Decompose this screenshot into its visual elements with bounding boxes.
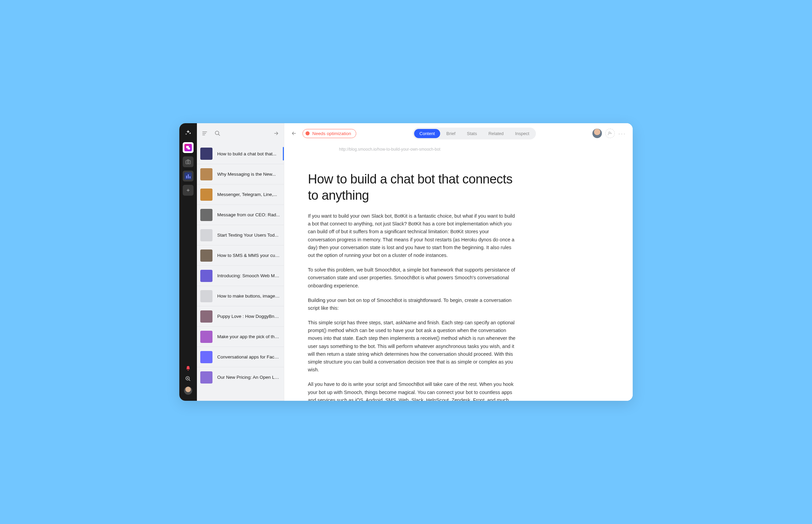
sidebar: How to build a chat bot that...Why Messa… (197, 123, 284, 401)
nav-tile-chat[interactable] (183, 142, 193, 153)
list-item-title: Puppy Love : How DoggyBnB... (217, 314, 281, 319)
list-item[interactable]: Messenger, Telegram, Line,... (197, 184, 284, 204)
tab-stats[interactable]: Stats (461, 129, 483, 138)
status-dot-icon (305, 131, 309, 135)
speech-bubbles-icon (186, 145, 190, 150)
list-item[interactable]: Conversational apps for Face... (197, 347, 284, 367)
main-topbar: Needs optimization ContentBriefStatsRela… (284, 123, 633, 144)
tab-content[interactable]: Content (414, 129, 440, 138)
list-item-thumb (200, 148, 213, 160)
article-paragraph: All you have to do is write your script … (308, 380, 518, 401)
list-item-title: Our New Pricing: An Open Le... (217, 375, 281, 380)
nav-rail (179, 123, 197, 401)
list-item-thumb (200, 229, 213, 241)
menu-icon[interactable] (202, 130, 208, 136)
list-item-title: Conversational apps for Face... (217, 355, 281, 360)
sidebar-toolbar (197, 123, 284, 144)
forward-icon[interactable] (273, 130, 279, 136)
plus-icon (186, 188, 190, 193)
list-item-thumb (200, 310, 213, 323)
list-item-thumb (200, 249, 213, 262)
list-item-title: How to build a chat bot that... (217, 151, 276, 157)
list-item-title: Messenger, Telegram, Line,... (217, 192, 277, 197)
article-url: http://blog.smooch.io/how-to-build-your-… (339, 147, 609, 152)
list-item[interactable]: Start Texting Your Users Tod... (197, 225, 284, 245)
list-item-thumb (200, 351, 213, 363)
more-menu-icon[interactable]: ··· (618, 130, 626, 137)
list-item-thumb (200, 209, 213, 221)
list-item-thumb (200, 371, 213, 383)
zoom-in-icon[interactable] (185, 376, 191, 382)
tab-related[interactable]: Related (483, 129, 509, 138)
list-item-title: Introducing: Smooch Web Me... (217, 273, 281, 278)
list-item-title: Start Texting Your Users Tod... (217, 232, 278, 238)
list-item-title: How to SMS & MMS your cus... (217, 253, 281, 258)
main-pane: Needs optimization ContentBriefStatsRela… (284, 123, 633, 401)
list-item[interactable]: How to make buttons, images... (197, 286, 284, 306)
nav-tile-camera[interactable] (183, 157, 193, 167)
list-item[interactable]: Our New Pricing: An Open Le... (197, 367, 284, 387)
collaborator-avatar[interactable] (592, 129, 602, 138)
svg-point-3 (215, 131, 219, 135)
nav-tile-chart[interactable] (183, 170, 193, 181)
list-item-thumb (200, 290, 213, 302)
status-label: Needs optimization (312, 131, 351, 136)
svg-point-1 (187, 162, 189, 163)
list-item-thumb (200, 168, 213, 180)
list-item[interactable]: Why Messaging is the New... (197, 164, 284, 184)
back-icon[interactable] (291, 130, 297, 136)
view-tabs: ContentBriefStatsRelatedInspect (413, 128, 536, 140)
svg-rect-0 (186, 161, 190, 164)
list-item[interactable]: Message from our CEO: Rad... (197, 204, 284, 225)
article-list: How to build a chat bot that...Why Messa… (197, 144, 284, 401)
notifications-icon[interactable] (185, 365, 191, 371)
tab-inspect[interactable]: Inspect (509, 129, 535, 138)
list-item[interactable]: How to SMS & MMS your cus... (197, 245, 284, 265)
list-item[interactable]: Puppy Love : How DoggyBnB... (197, 306, 284, 326)
svg-point-4 (609, 132, 610, 133)
list-item[interactable]: Introducing: Smooch Web Me... (197, 265, 284, 286)
list-item[interactable]: How to build a chat bot that... (197, 144, 284, 164)
tab-brief[interactable]: Brief (441, 129, 461, 138)
list-item-title: Make your app the pick of the... (217, 334, 281, 339)
article: How to build a chat bot that connects to… (308, 171, 518, 401)
article-paragraph: This simple script has three steps, star… (308, 319, 518, 374)
list-item[interactable]: Make your app the pick of the... (197, 326, 284, 347)
app-logo-icon (185, 129, 191, 136)
content-scroll[interactable]: http://blog.smooch.io/how-to-build-your-… (284, 144, 633, 401)
list-item-title: Message from our CEO: Rad... (217, 212, 280, 217)
article-paragraph: To solve this problem, we built SmoochBo… (308, 266, 518, 290)
article-paragraph: Building your own bot on top of SmoochBo… (308, 296, 518, 312)
search-icon[interactable] (215, 130, 221, 136)
list-item-thumb (200, 189, 213, 201)
camera-icon (185, 159, 191, 165)
list-item-title: Why Messaging is the New... (217, 171, 276, 177)
app-window: How to build a chat bot that...Why Messa… (179, 123, 633, 401)
list-item-title: How to make buttons, images... (217, 294, 281, 298)
user-avatar-small[interactable] (184, 387, 192, 395)
add-user-button[interactable] (605, 129, 615, 138)
list-item-thumb (200, 270, 213, 282)
nav-tile-add[interactable] (183, 185, 193, 196)
optimization-status-pill[interactable]: Needs optimization (303, 129, 356, 138)
list-item-thumb (200, 331, 213, 343)
article-heading: How to build a chat bot that connects to… (308, 171, 518, 203)
article-paragraph: If you want to build your own Slack bot,… (308, 212, 518, 259)
